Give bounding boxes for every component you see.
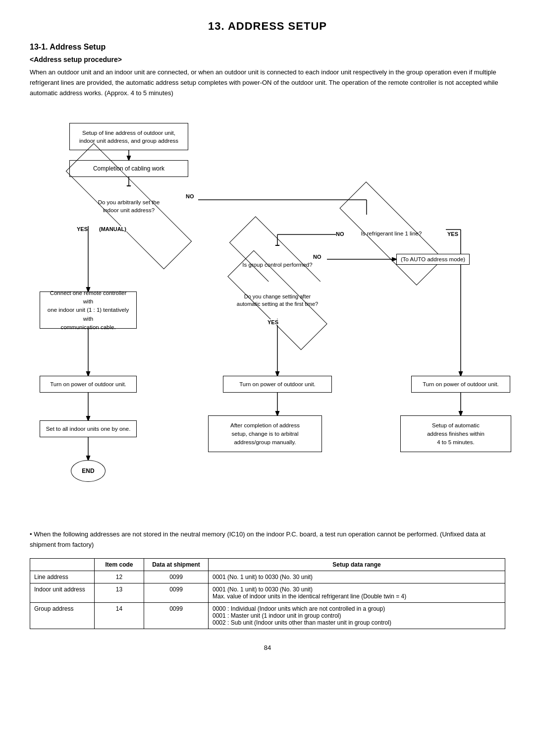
row-indoor-code: 13: [95, 583, 144, 602]
table-row: Line address 12 0099 0001 (No. 1 unit) t…: [30, 571, 505, 583]
no-label-1: NO: [186, 193, 194, 199]
brace-box-2: Setup of automaticaddress finishes withi…: [400, 415, 511, 452]
intro-text: When an outdoor unit and an indoor unit …: [30, 67, 505, 98]
row-line-address-code: 12: [95, 571, 144, 583]
yes-label-2: YES: [447, 231, 458, 237]
power3-box: Turn on power of outdoor unit.: [411, 376, 510, 393]
row-indoor-shipment: 0099: [144, 583, 209, 602]
col-header-item-code: Item code: [95, 558, 144, 571]
row-line-address-range: 0001 (No. 1 unit) to 0030 (No. 30 unit): [209, 571, 505, 583]
yes-label-1: YES: [77, 226, 88, 232]
table-row: Indoor unit address 13 0099 0001 (No. 1 …: [30, 583, 505, 602]
diamond-refrigerant: Is refrigerant line 1 line?: [337, 215, 446, 252]
end-oval: END: [71, 460, 106, 482]
page-title: 13. ADDRESS SETUP: [30, 20, 505, 33]
set-all-box: Set to all indoor units one by one.: [40, 420, 137, 437]
row-indoor-name: Indoor unit address: [30, 583, 95, 602]
auto-mode-label: (To AUTO address mode): [396, 254, 470, 265]
row-line-address-shipment: 0099: [144, 571, 209, 583]
diamond-arbitrary: Do you arbitrarily set theindoor unit ad…: [59, 186, 198, 226]
row-line-address-name: Line address: [30, 571, 95, 583]
diamond-change-setting: Do you change setting afterautomatic set…: [225, 282, 329, 319]
table-row: Group address 14 0099 0000 : Individual …: [30, 602, 505, 629]
col-header-setup-range: Setup data range: [209, 558, 505, 571]
manual-label: (MANUAL): [99, 226, 126, 232]
section-title: 13-1. Address Setup: [30, 43, 505, 52]
row-indoor-range: 0001 (No. 1 unit) to 0030 (No. 30 unit) …: [209, 583, 505, 602]
row-group-shipment: 0099: [144, 602, 209, 629]
row-group-name: Group address: [30, 602, 95, 629]
col-header-name: [30, 558, 95, 571]
start-box: Setup of line address of outdoor unit,in…: [69, 123, 188, 150]
no-label-3: NO: [313, 254, 321, 260]
yes-label-4: YES: [268, 319, 278, 325]
page-number: 84: [30, 644, 505, 651]
flowchart: Setup of line address of outdoor unit,in…: [30, 113, 505, 510]
address-table: Item code Data at shipment Setup data ra…: [30, 558, 505, 629]
subsection-title: <Address setup procedure>: [30, 56, 505, 63]
row-group-range: 0000 : Individual (Indoor units which ar…: [209, 602, 505, 629]
col-header-data-at-shipment: Data at shipment: [144, 558, 209, 571]
power1-box: Turn on power of outdoor unit.: [40, 376, 137, 393]
no-label-2: NO: [336, 231, 344, 237]
power2-box: Turn on power of outdoor unit.: [223, 376, 332, 393]
bullet-text: • When the following addresses are not s…: [30, 529, 505, 550]
brace-box-1: After completion of addresssetup, change…: [208, 415, 322, 452]
row-group-code: 14: [95, 602, 144, 629]
connect-box: Connect one remote controller withone in…: [40, 291, 137, 329]
